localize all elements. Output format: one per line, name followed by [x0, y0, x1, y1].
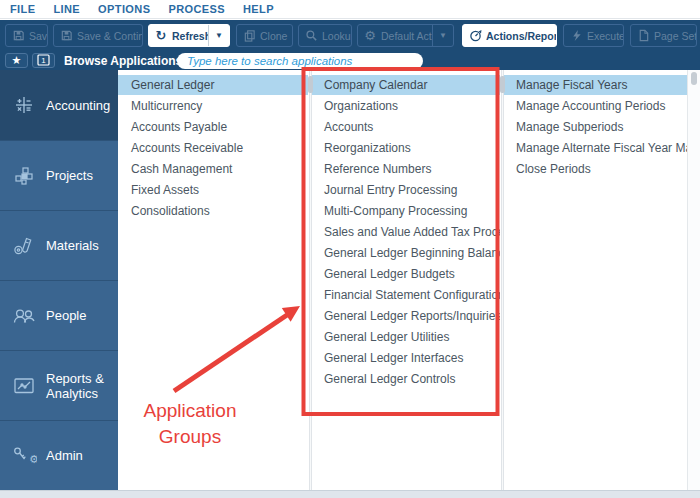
key-gear-icon: ⚙ [11, 443, 37, 469]
gear-icon: ⚙ [363, 29, 377, 43]
list-item-financial-statement-configuration[interactable]: Financial Statement Configuration [311, 285, 500, 305]
button-label: Page Setup [654, 30, 696, 42]
clone-icon [242, 29, 256, 43]
sidebar-item-reports-analytics[interactable]: Reports & Analytics [0, 350, 118, 420]
column-application-groups: Company CalendarOrganizationsAccountsReo… [311, 70, 500, 490]
list-item-multicurrency[interactable]: Multicurrency [118, 96, 308, 116]
list-item-manage-subperiods[interactable]: Manage Subperiods [503, 117, 687, 137]
calculator-icon [11, 92, 37, 118]
window-1-button[interactable]: 1 [32, 53, 55, 68]
favorites-button[interactable]: ★ [5, 53, 28, 68]
list-item-organizations[interactable]: Organizations [311, 96, 500, 116]
browse-panel: General LedgerMulticurrencyAccounts Paya… [118, 70, 700, 490]
actions-reports-button[interactable]: Actions/Reports [462, 24, 557, 47]
menu-item-process[interactable]: PROCESS [168, 3, 225, 15]
sidebar-item-accounting[interactable]: Accounting [0, 70, 118, 140]
refresh-button[interactable]: ↻Refresh▼ [148, 24, 230, 47]
list-item-consolidations[interactable]: Consolidations [118, 201, 308, 221]
column-drag-handle[interactable] [500, 76, 505, 93]
sidebar-item-label: Accounting [46, 98, 110, 113]
column-modules: General LedgerMulticurrencyAccounts Paya… [118, 70, 308, 490]
lookup-icon [304, 29, 318, 43]
list-item-manage-accounting-periods[interactable]: Manage Accounting Periods [503, 96, 687, 116]
list-item-accounts-receivable[interactable]: Accounts Receivable [118, 138, 308, 158]
dropdown-caret[interactable]: ▼ [432, 25, 453, 46]
button-label: Save & Continue [77, 30, 142, 42]
button-label: Refresh [172, 30, 208, 42]
sidebar-item-label: Projects [46, 168, 93, 183]
dropdown-caret[interactable]: ▼ [208, 25, 229, 46]
list-item-reorganizations[interactable]: Reorganizations [311, 138, 500, 158]
refresh-icon: ↻ [154, 29, 168, 43]
blocks-icon [11, 163, 37, 189]
toolbar: SaveSave & Continue↻Refresh▼CloneLookup⚙… [0, 20, 700, 51]
list-item-general-ledger[interactable]: General Ledger [118, 75, 308, 95]
button-label: Execute [587, 30, 623, 42]
save-button[interactable]: Save [5, 24, 48, 47]
list-item-sales-and-value-added-tax-processing[interactable]: Sales and Value Added Tax Processing [311, 222, 500, 242]
sidebar-item-admin[interactable]: ⚙Admin [0, 420, 118, 490]
chart-icon [11, 373, 37, 399]
list-item-general-ledger-interfaces[interactable]: General Ledger Interfaces [311, 348, 500, 368]
column-drag-handle[interactable] [308, 76, 313, 93]
sidebar-item-label: Reports & Analytics [46, 371, 118, 401]
save-continue-button[interactable]: Save & Continue [53, 24, 143, 47]
page-setup-icon [636, 29, 650, 43]
application-search-input[interactable] [177, 53, 423, 69]
star-icon: ★ [12, 55, 22, 66]
button-label: Clone [260, 30, 287, 42]
list-item-general-ledger-budgets[interactable]: General Ledger Budgets [311, 264, 500, 284]
browse-applications-label: Browse Applications [64, 51, 182, 70]
list-item-manage-fiscal-years[interactable]: Manage Fiscal Years [503, 75, 687, 95]
list-item-close-periods[interactable]: Close Periods [503, 159, 687, 179]
footer-strip [0, 490, 700, 498]
clone-button[interactable]: Clone [236, 24, 293, 47]
column-applications: Manage Fiscal YearsManage Accounting Per… [503, 70, 687, 490]
button-label: Default Action [381, 30, 432, 42]
list-item-company-calendar[interactable]: Company Calendar [311, 75, 500, 95]
column-divider[interactable] [309, 70, 312, 490]
sidebar-item-label: People [46, 308, 86, 323]
list-item-accounts-payable[interactable]: Accounts Payable [118, 117, 308, 137]
flask-icon [11, 233, 37, 259]
menu-bar: FILELINEOPTIONSPROCESSHELP [0, 0, 700, 19]
sidebar-item-projects[interactable]: Projects [0, 140, 118, 210]
menu-item-file[interactable]: FILE [10, 3, 35, 15]
list-item-general-ledger-utilities[interactable]: General Ledger Utilities [311, 327, 500, 347]
window-1-icon: 1 [37, 52, 50, 70]
people-icon [11, 303, 37, 329]
list-item-cash-management[interactable]: Cash Management [118, 159, 308, 179]
column-divider[interactable] [501, 70, 504, 490]
menu-item-help[interactable]: HELP [243, 3, 274, 15]
lookup-button[interactable]: Lookup [298, 24, 352, 47]
list-item-journal-entry-processing[interactable]: Journal Entry Processing [311, 180, 500, 200]
menu-item-options[interactable]: OPTIONS [98, 3, 150, 15]
sidebar-item-materials[interactable]: Materials [0, 210, 118, 280]
sidebar-item-label: Admin [46, 448, 83, 463]
list-item-general-ledger-beginning-balances[interactable]: General Ledger Beginning Balances [311, 243, 500, 263]
actions-reports-icon [468, 29, 482, 43]
module-sidebar: AccountingProjectsMaterialsPeopleReports… [0, 70, 118, 490]
page-setup-button[interactable]: Page Setup [630, 24, 697, 47]
sidebar-item-people[interactable]: People [0, 280, 118, 350]
list-item-general-ledger-controls[interactable]: General Ledger Controls [311, 369, 500, 389]
sidebar-item-label: Materials [46, 238, 99, 253]
svg-text:1: 1 [41, 56, 46, 65]
list-item-manage-alternate-fiscal-year-mapping[interactable]: Manage Alternate Fiscal Year Mapping [503, 138, 687, 158]
vertical-scrollbar[interactable] [687, 70, 700, 490]
list-item-fixed-assets[interactable]: Fixed Assets [118, 180, 308, 200]
menu-item-line[interactable]: LINE [53, 3, 80, 15]
scrollbar-thumb[interactable] [691, 72, 697, 85]
execute-button[interactable]: Execute [563, 24, 624, 47]
svg-text:⚙: ⚙ [29, 453, 37, 466]
default-action-button[interactable]: ⚙Default Action▼ [357, 24, 454, 47]
list-item-accounts[interactable]: Accounts [311, 117, 500, 137]
list-item-general-ledger-reports-inquiries[interactable]: General Ledger Reports/Inquiries [311, 306, 500, 326]
save-icon [59, 29, 73, 43]
button-label: Lookup [322, 30, 351, 42]
save-icon [11, 29, 25, 43]
list-item-reference-numbers[interactable]: Reference Numbers [311, 159, 500, 179]
button-label: Save [29, 30, 47, 42]
execute-icon [569, 29, 583, 43]
list-item-multi-company-processing[interactable]: Multi-Company Processing [311, 201, 500, 221]
